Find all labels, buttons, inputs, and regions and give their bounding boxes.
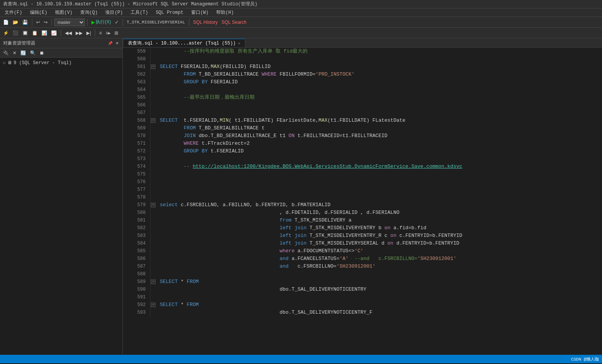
fold-control (150, 217, 157, 224)
line-number: 579 (123, 201, 150, 209)
db-dropdown[interactable]: master (54, 18, 85, 26)
fold-minus-icon[interactable]: − (151, 280, 155, 284)
tree-server-item[interactable]: ▷ 🖥 9 (SQL Server - Tsql) (2, 59, 121, 66)
code-content (157, 178, 602, 186)
table-row: 580 , d.FDETAILID, d.FSERIALID , d.FSERI… (123, 209, 602, 217)
menu-help[interactable]: 帮助(H) (213, 8, 237, 17)
object-explorer-title: 对象资源管理器 (3, 40, 35, 46)
tb2-btn4[interactable]: 📋 (30, 30, 39, 36)
new-query-btn[interactable]: 📄 (2, 19, 10, 26)
fold-control[interactable]: − (150, 301, 157, 309)
line-number: 586 (123, 255, 150, 263)
connection-label: T_STK_MISDELIVERYSERIAL (125, 20, 187, 25)
line-number: 578 (123, 194, 150, 201)
line-number: 580 (123, 209, 150, 217)
menu-query[interactable]: 查询(Q) (77, 8, 101, 17)
menu-project[interactable]: 项目(P) (102, 8, 126, 17)
menu-file[interactable]: 文件(F) (2, 8, 25, 17)
line-number: 592 (123, 301, 150, 309)
tb2-btn3[interactable]: 🔲 (21, 30, 30, 36)
fold-control (150, 124, 157, 132)
sep5 (189, 19, 189, 26)
parse-btn[interactable]: ✓ (113, 19, 120, 26)
fold-minus-icon[interactable]: − (151, 203, 155, 207)
fold-control (150, 194, 157, 201)
title-text: 表查询.sql - 10.100.10.159.master (Tsql (55… (3, 1, 258, 7)
main-area: 对象资源管理器 📌 ✕ 🔌 ✕ 🔄 🔍 ⏹ ▷ 🖥 9 (SQL Server … (0, 38, 602, 355)
fold-minus-icon[interactable]: − (151, 303, 155, 307)
open-btn[interactable]: 📂 (11, 19, 20, 26)
tb2-btn1[interactable]: ⚡ (2, 30, 10, 36)
line-number: 572 (123, 147, 150, 155)
tb2-btn5[interactable]: 📊 (40, 30, 49, 36)
table-row: 575 (123, 170, 602, 178)
oe-close-btn[interactable]: ✕ (115, 41, 119, 45)
editor-content[interactable]: 559 --按序列号的维度获取 所有生产入库单 取 fid最大的 560 561… (123, 48, 602, 355)
menu-view[interactable]: 视图(V) (52, 8, 76, 17)
server-label: 9 (SQL Server - Tsql) (13, 60, 71, 66)
sql-history-btn[interactable]: SQL History (192, 19, 219, 26)
tb2-btn7[interactable]: ◀◀ (63, 30, 73, 36)
line-number: 584 (123, 240, 150, 247)
menu-window[interactable]: 窗口(W) (188, 8, 212, 17)
tab-query[interactable]: 表查询.sql - 10.100....aster (Tsql (55)) ✕ (123, 39, 245, 47)
fold-minus-icon[interactable]: − (151, 65, 155, 69)
fold-control[interactable]: − (150, 117, 157, 124)
table-row: 576 (123, 178, 602, 186)
line-number: 570 (123, 132, 150, 140)
tb2-btn9[interactable]: ▶| (85, 30, 93, 36)
table-row: 570 JOIN dbo.T_BD_SERIALBILLTRACE_E t1 O… (123, 132, 602, 140)
fold-control (150, 255, 157, 263)
object-explorer-content[interactable]: ▷ 🖥 9 (SQL Server - Tsql) (0, 58, 122, 355)
menu-bar: 文件(F) 编辑(E) 视图(V) 查询(Q) 项目(P) 工具(T) SQL … (0, 8, 602, 17)
fold-control (150, 286, 157, 293)
oe-filter-btn[interactable]: 🔍 (28, 50, 37, 56)
tb2-btn10[interactable]: ≡ (98, 30, 103, 36)
execute-btn[interactable]: ▶ 执行(X) (90, 18, 112, 26)
server-icon: 🖥 (7, 60, 12, 66)
line-number: 561 (123, 63, 150, 71)
oe-refresh-btn[interactable]: 🔄 (19, 50, 28, 56)
code-content (157, 186, 602, 194)
tb2-btn8[interactable]: ▶▶ (74, 30, 84, 36)
table-row: 559 --按序列号的维度获取 所有生产入库单 取 fid最大的 (123, 48, 602, 55)
menu-tools[interactable]: 工具(T) (127, 8, 151, 17)
fold-control[interactable]: − (150, 201, 157, 209)
fold-control[interactable]: − (150, 63, 157, 71)
fold-control (150, 309, 157, 316)
sep4 (122, 19, 123, 26)
tb2-btn12[interactable]: ⊞ (113, 30, 120, 36)
code-content: dbo.T_SAL_DELIVERYNOTICEENTRY (157, 286, 602, 293)
code-content: and c.FSRCBILLNO='SH230912001' (157, 263, 602, 270)
table-row: 593 dbo.T_SAL_DELIVERYNOTICEENTRY_F (123, 309, 602, 316)
fold-minus-icon[interactable]: − (151, 118, 155, 123)
menu-sqlprompt[interactable]: SQL Prompt (153, 9, 187, 16)
table-row: 563 GROUP BY FSERIALID (123, 78, 602, 86)
oe-pin-btn[interactable]: 📌 (107, 41, 113, 45)
tb2-btn11[interactable]: ≡▸ (104, 30, 112, 36)
undo-btn[interactable]: ↩ (35, 19, 41, 26)
oe-disconnect-btn[interactable]: ✕ (11, 50, 18, 56)
table-row: 564 (123, 86, 602, 94)
fold-control (150, 155, 157, 163)
redo-btn[interactable]: ↪ (42, 19, 49, 26)
table-row: 591 (123, 293, 602, 301)
fold-control (150, 224, 157, 232)
fold-control (150, 71, 157, 78)
fold-control (150, 94, 157, 101)
fold-control[interactable] (150, 48, 157, 55)
line-number: 560 (123, 55, 150, 63)
table-row: 573 (123, 155, 602, 163)
tb2-btn2[interactable]: ⬛ (11, 30, 20, 36)
fold-control[interactable]: − (150, 278, 157, 286)
oe-stop-btn[interactable]: ⏹ (38, 50, 46, 56)
oe-connect-btn[interactable]: 🔌 (2, 50, 10, 56)
sql-search-btn[interactable]: SQL Search (220, 19, 248, 26)
tb2-btn6[interactable]: 📈 (50, 30, 58, 36)
menu-edit[interactable]: 编辑(E) (27, 8, 51, 17)
tab-close-icon[interactable]: ✕ (238, 41, 240, 46)
line-number: 571 (123, 140, 150, 147)
save-btn[interactable]: 💾 (21, 19, 30, 26)
table-row: 569 FROM T_BD_SERIALBILLTRACE t (123, 124, 602, 132)
table-row: 592 − SELECT * FROM (123, 301, 602, 309)
